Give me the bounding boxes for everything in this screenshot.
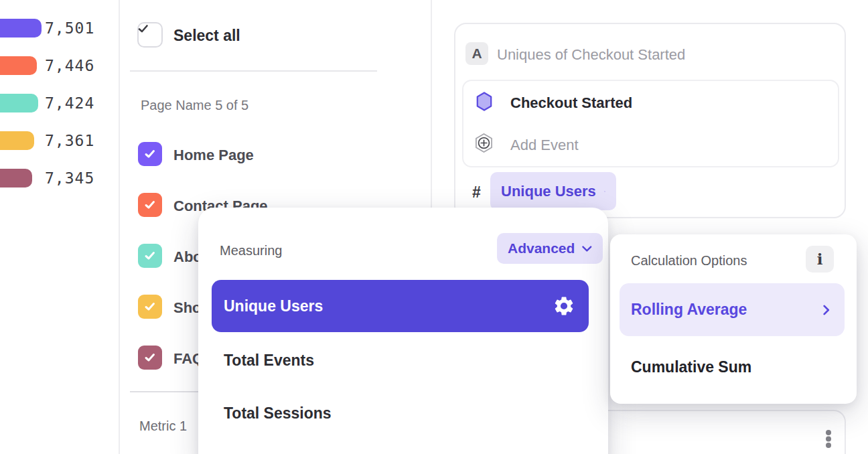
panel-divider-left <box>119 0 120 454</box>
advanced-mode-dropdown[interactable]: Advanced <box>497 233 603 264</box>
series-bar <box>0 19 42 37</box>
checkmark-icon <box>137 23 150 35</box>
series-value: 7,424 <box>45 94 94 112</box>
calculation-menu-title: Calculation Options <box>631 253 747 269</box>
series-bar <box>0 56 37 75</box>
menu-option-unique-users[interactable]: Unique Users <box>212 280 589 332</box>
measurement-value: Unique Users <box>501 183 596 200</box>
checkbox-about[interactable] <box>138 244 162 268</box>
query-builder-card: A Uniques of Checkout Started Checkout S… <box>454 23 846 218</box>
option-label: Unique Users <box>224 297 323 315</box>
checkbox-contact[interactable] <box>138 193 162 217</box>
chevron-right-icon <box>823 305 830 315</box>
event-block: Checkout Started Add Event <box>462 80 839 167</box>
checkmark-icon <box>143 148 157 160</box>
add-event-icon <box>474 133 494 153</box>
advanced-mode-label: Advanced <box>508 240 575 256</box>
legend-item: 7,345 <box>0 169 107 187</box>
info-icon[interactable]: i <box>806 246 834 273</box>
menu-option-cumulative-sum[interactable]: Cumulative Sum <box>631 358 751 376</box>
series-value: 7,361 <box>45 131 94 150</box>
legend-item: 7,501 <box>0 19 107 37</box>
add-event-button[interactable]: Add Event <box>510 137 579 154</box>
measurement-dropdown[interactable]: Unique Users <box>490 172 616 210</box>
series-bar <box>0 94 38 112</box>
divider <box>130 70 377 72</box>
legend-item: 7,446 <box>0 56 107 75</box>
calculation-options-menu: Calculation Options i Rolling Average Cu… <box>610 234 857 404</box>
item-label: Home Page <box>173 147 254 164</box>
gear-icon[interactable] <box>553 295 575 317</box>
measuring-menu-title: Measuring <box>220 243 282 258</box>
checkmark-icon <box>143 250 157 262</box>
checkbox-shop[interactable] <box>138 295 162 319</box>
measuring-menu: Measuring Advanced Unique Users Total Ev… <box>198 208 608 454</box>
series-value: 7,345 <box>45 169 94 187</box>
select-all-label: Select all <box>173 27 240 45</box>
series-bar <box>0 131 34 150</box>
group-label: Page Name 5 of 5 <box>141 98 248 113</box>
event-hexagon-icon <box>476 91 493 112</box>
series-badge[interactable]: A <box>465 42 488 65</box>
metric-footer-label: Metric 1 <box>139 419 187 434</box>
legend-item: 7,424 <box>0 94 107 112</box>
checkbox-home[interactable] <box>138 142 162 166</box>
option-label: Rolling Average <box>631 301 747 319</box>
menu-option-total-events[interactable]: Total Events <box>224 352 314 370</box>
menu-option-rolling-average[interactable]: Rolling Average <box>620 283 845 336</box>
series-bar <box>0 169 32 187</box>
checkmark-icon <box>143 352 157 364</box>
legend-item: 7,361 <box>0 131 107 150</box>
menu-option-total-sessions[interactable]: Total Sessions <box>224 404 332 423</box>
chevron-down-icon <box>604 188 605 195</box>
series-title-input[interactable]: Uniques of Checkout Started <box>497 46 685 64</box>
select-all-checkbox[interactable] <box>137 22 163 48</box>
kebab-menu-icon[interactable] <box>824 430 833 449</box>
event-name[interactable]: Checkout Started <box>510 94 632 112</box>
checkmark-icon <box>143 199 157 211</box>
series-value: 7,446 <box>45 56 94 75</box>
series-value: 7,501 <box>45 19 94 37</box>
measurement-type-symbol: # <box>472 183 481 202</box>
checkmark-icon <box>143 301 157 313</box>
checkbox-faq[interactable] <box>138 346 162 370</box>
chevron-down-icon <box>582 246 592 252</box>
